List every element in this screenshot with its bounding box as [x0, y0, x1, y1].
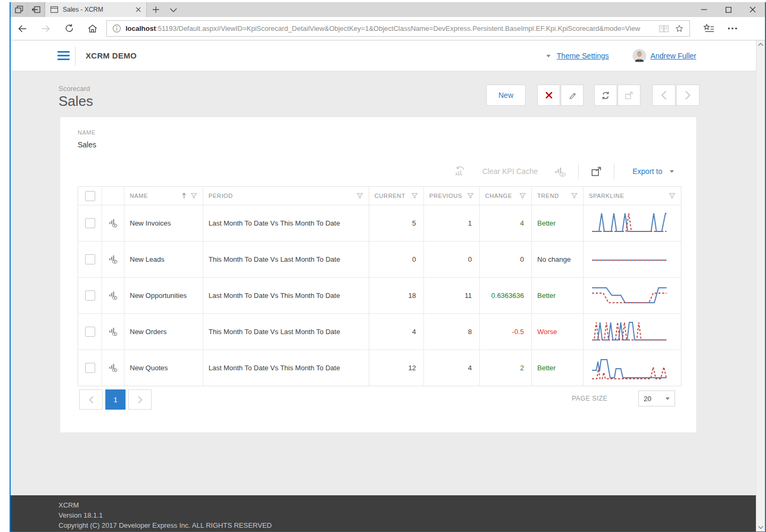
- user-avatar[interactable]: [632, 49, 646, 63]
- set-tabs-aside-button[interactable]: [11, 2, 28, 17]
- tab-close-button[interactable]: [135, 6, 141, 13]
- column-label: TREND: [537, 193, 559, 199]
- clear-kpi-cache-button[interactable]: Clear KPI Cache: [482, 167, 538, 176]
- table-row[interactable]: New QuotesLast Month To Date Vs This Mon…: [78, 350, 681, 386]
- new-button[interactable]: New: [486, 85, 526, 106]
- page-number-button[interactable]: 1: [105, 389, 126, 410]
- kpi-previous-cell: 8: [424, 314, 480, 350]
- export-to-button[interactable]: Export to: [632, 167, 662, 176]
- column-header-period[interactable]: PERIOD: [203, 187, 369, 205]
- kpi-previous-cell: 1: [424, 205, 480, 241]
- previous-page-button[interactable]: [79, 389, 103, 410]
- kpi-name-cell: New Orders: [124, 314, 203, 350]
- row-checkbox[interactable]: [85, 290, 95, 301]
- open-object-button[interactable]: [618, 85, 640, 106]
- back-button[interactable]: [11, 17, 34, 40]
- scroll-down-arrow[interactable]: [757, 525, 764, 529]
- site-info-icon[interactable]: [112, 24, 121, 33]
- row-select-cell: [78, 242, 102, 277]
- active-tab[interactable]: Sales - XCRM: [45, 2, 147, 17]
- sparkline-chart: [592, 354, 667, 382]
- column-header-sparkline[interactable]: SPARKLINE: [584, 187, 681, 205]
- close-window-button[interactable]: [740, 2, 765, 17]
- row-select-cell: [78, 278, 102, 313]
- chevron-left-icon: [89, 396, 93, 403]
- kpi-indicator-button[interactable]: [554, 166, 567, 177]
- kpi-period-cell: Last Month To Date Vs This Month To Date: [203, 350, 369, 386]
- hamburger-menu-button[interactable]: [57, 51, 70, 60]
- kpi-period-cell: Last Month To Date Vs This Month To Date: [203, 205, 369, 241]
- filter-icon[interactable]: [519, 193, 526, 199]
- favorites-hub-button[interactable]: [697, 17, 721, 40]
- home-button[interactable]: [81, 17, 104, 40]
- row-select-cell: [78, 314, 102, 350]
- row-select-cell: [78, 350, 102, 386]
- restore-tabs-button[interactable]: [28, 2, 45, 17]
- column-header-current[interactable]: CURRENT: [369, 187, 424, 205]
- url-input[interactable]: localhost:51193/Default.aspx#ViewID=KpiS…: [106, 20, 690, 37]
- column-header-change[interactable]: CHANGE: [480, 187, 532, 205]
- row-checkbox[interactable]: [85, 327, 95, 337]
- kpi-view-icon[interactable]: [107, 218, 119, 229]
- filter-icon[interactable]: [467, 193, 474, 199]
- row-checkbox[interactable]: [85, 218, 95, 228]
- kpi-view-icon[interactable]: [107, 254, 119, 265]
- row-checkbox[interactable]: [85, 363, 95, 373]
- delete-button[interactable]: [537, 85, 560, 106]
- kpi-view-icon[interactable]: [107, 290, 119, 301]
- filter-icon[interactable]: [571, 193, 578, 199]
- theme-settings-caret-icon[interactable]: [546, 55, 551, 57]
- kpi-view-icon[interactable]: [107, 362, 119, 373]
- scroll-up-arrow[interactable]: [757, 43, 764, 47]
- tab-bar: Sales - XCRM: [11, 2, 765, 17]
- refresh-page-button[interactable]: [57, 17, 81, 40]
- next-record-button[interactable]: [676, 85, 700, 106]
- export-caret-icon[interactable]: [670, 170, 674, 173]
- footer-copyright: Copyright (C) 2017 Developer Express Inc…: [59, 520, 756, 530]
- filter-icon[interactable]: [356, 193, 363, 199]
- minimize-button[interactable]: [692, 2, 716, 17]
- previous-record-button[interactable]: [652, 85, 676, 106]
- user-link[interactable]: Andrew Fuller: [651, 52, 696, 60]
- chevron-left-icon: [662, 92, 667, 99]
- select-all-header-cell[interactable]: [78, 187, 102, 205]
- kpi-history-button[interactable]: [454, 165, 467, 177]
- reading-view-button[interactable]: [659, 24, 669, 34]
- maximize-button[interactable]: [716, 2, 740, 17]
- column-header-previous[interactable]: PREVIOUS: [424, 187, 480, 205]
- next-page-button[interactable]: [128, 389, 152, 410]
- new-tab-button[interactable]: [147, 2, 164, 17]
- column-label: NAME: [130, 193, 148, 199]
- pencil-icon: [570, 93, 575, 98]
- column-header-trend[interactable]: TREND: [532, 187, 584, 205]
- kpi-change-cell: 4: [480, 205, 532, 241]
- column-header-name[interactable]: NAME: [124, 187, 203, 205]
- row-icon-cell: [102, 278, 124, 313]
- kpi-view-icon[interactable]: [107, 326, 119, 337]
- table-row[interactable]: New InvoicesLast Month To Date Vs This M…: [78, 205, 681, 241]
- forward-button[interactable]: [34, 17, 57, 40]
- more-actions-button[interactable]: [721, 17, 744, 40]
- filter-icon[interactable]: [669, 193, 676, 199]
- page-size-select[interactable]: 20: [638, 390, 675, 406]
- refresh-record-button[interactable]: [594, 85, 617, 106]
- tab-preview-toggle-button[interactable]: [164, 2, 182, 17]
- filter-icon[interactable]: [190, 193, 197, 199]
- filter-icon[interactable]: [411, 193, 418, 199]
- row-checkbox[interactable]: [85, 254, 95, 264]
- table-row[interactable]: New OpportunitiesLast Month To Date Vs T…: [78, 277, 681, 313]
- detail-card: NAME Sales Clear KPI Cache Export t: [60, 117, 697, 433]
- favorite-star-button[interactable]: [675, 24, 684, 34]
- column-label: PREVIOUS: [429, 193, 462, 199]
- sparkline-chart: [592, 282, 667, 310]
- edit-button[interactable]: [561, 85, 584, 106]
- table-row[interactable]: New LeadsThis Month To Date Vs Last Mont…: [78, 241, 681, 277]
- tab-title: Sales - XCRM: [63, 6, 131, 13]
- kpi-grid-header: NAME PERIOD CURRENT: [78, 187, 681, 205]
- theme-settings-link[interactable]: Theme Settings: [557, 52, 609, 60]
- page-scrollbar[interactable]: [756, 40, 765, 531]
- open-in-window-button[interactable]: [590, 166, 602, 177]
- select-all-checkbox[interactable]: [85, 191, 95, 201]
- refresh-icon: [603, 92, 608, 99]
- table-row[interactable]: New OrdersThis Month To Date Vs Last Mon…: [78, 313, 681, 350]
